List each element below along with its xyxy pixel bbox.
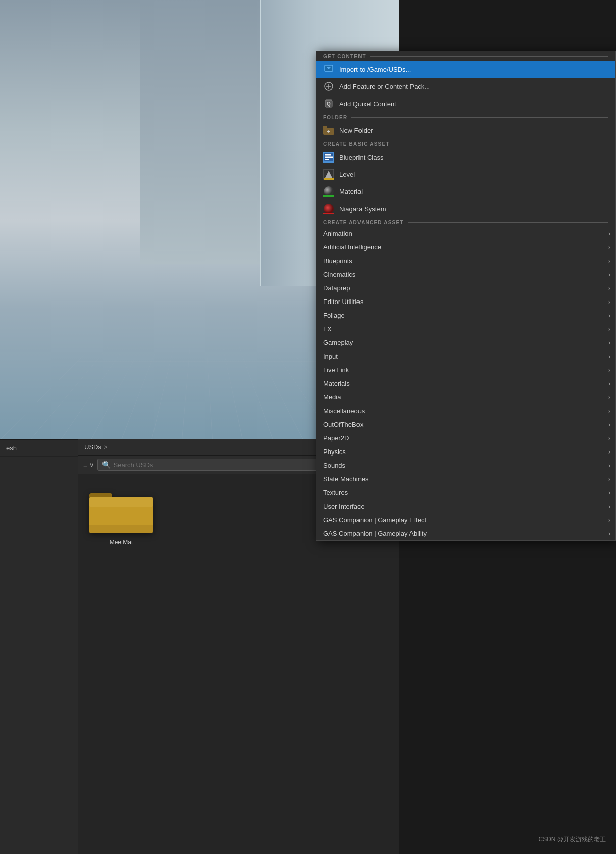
folder-icon	[88, 484, 154, 535]
svg-rect-17	[325, 154, 331, 156]
svg-point-24	[324, 186, 334, 196]
blueprint-label: Blueprint Class	[339, 154, 383, 161]
section-create-basic: CREATE BASIC ASSET	[316, 139, 615, 148]
menu-item-media[interactable]: Media ›	[316, 390, 615, 404]
folder-item-meetmat[interactable]: MeetMat	[88, 484, 154, 546]
gas-gameplay-ability-label: GAS Companion | Gameplay Ability	[323, 530, 427, 537]
gameplay-label: Gameplay	[323, 339, 353, 346]
arrow-icon: ›	[608, 476, 610, 483]
media-label: Media	[323, 393, 341, 401]
filter-icon: ≡	[83, 461, 87, 469]
add-feature-icon	[323, 81, 334, 92]
new-folder-icon	[323, 125, 334, 136]
foliage-label: Foliage	[323, 312, 345, 319]
new-folder-label: New Folder	[339, 127, 373, 134]
menu-item-fx[interactable]: FX ›	[316, 322, 615, 336]
menu-item-gas-gameplay-ability[interactable]: GAS Companion | Gameplay Ability ›	[316, 527, 615, 540]
gas-gameplay-effect-label: GAS Companion | Gameplay Effect	[323, 516, 426, 524]
breadcrumb-sep: >	[104, 443, 108, 451]
menu-item-cinematics[interactable]: Cinematics ›	[316, 268, 615, 281]
arrow-icon: ›	[608, 367, 610, 374]
add-quixel-label: Add Quixel Content	[339, 100, 396, 108]
svg-rect-2	[89, 497, 153, 507]
menu-item-ai[interactable]: Artificial Intelligence ›	[316, 240, 615, 254]
import-icon	[323, 64, 334, 75]
menu-item-add-feature[interactable]: Add Feature or Content Pack...	[316, 78, 615, 95]
menu-item-gas-gameplay-effect[interactable]: GAS Companion | Gameplay Effect ›	[316, 513, 615, 527]
arrow-icon: ›	[608, 421, 610, 428]
breadcrumb-usds[interactable]: USDs	[84, 443, 101, 451]
menu-item-editor-utilities[interactable]: Editor Utilities ›	[316, 295, 615, 309]
menu-item-physics[interactable]: Physics ›	[316, 445, 615, 459]
level-label: Level	[339, 171, 355, 178]
arrow-icon: ›	[608, 489, 610, 496]
ai-label: Artificial Intelligence	[323, 243, 381, 251]
menu-item-dataprep[interactable]: Dataprep ›	[316, 281, 615, 295]
watermark: CSDN @开发游戏的老王	[538, 835, 606, 844]
menu-item-animation[interactable]: Animation ›	[316, 227, 615, 240]
menu-item-miscellaneous[interactable]: Miscellaneous ›	[316, 404, 615, 418]
menu-item-blueprint[interactable]: Blueprint Class	[316, 148, 615, 166]
menu-item-paper2d[interactable]: Paper2D ›	[316, 431, 615, 445]
svg-point-26	[324, 204, 334, 214]
menu-item-new-folder[interactable]: New Folder	[316, 122, 615, 139]
arrow-icon: ›	[608, 462, 610, 469]
menu-item-input[interactable]: Input ›	[316, 349, 615, 363]
section-folder: FOLDER	[316, 112, 615, 122]
menu-item-foliage[interactable]: Foliage ›	[316, 309, 615, 322]
animation-label: Animation	[323, 230, 352, 237]
outofthebox-label: OutOfTheBox	[323, 421, 363, 428]
menu-item-outofthebox[interactable]: OutOfTheBox ›	[316, 418, 615, 431]
menu-item-level[interactable]: Level	[316, 166, 615, 183]
left-panel-mesh: esh	[0, 440, 78, 457]
arrow-icon: ›	[608, 435, 610, 442]
menu-item-state-machines[interactable]: State Machines ›	[316, 472, 615, 486]
menu-item-niagara[interactable]: Niagara System	[316, 200, 615, 217]
sounds-label: Sounds	[323, 462, 345, 469]
svg-rect-3	[89, 525, 153, 533]
level-icon	[323, 169, 334, 180]
left-panel: esh	[0, 439, 78, 854]
menu-item-sounds[interactable]: Sounds ›	[316, 459, 615, 472]
user-interface-label: User Interface	[323, 503, 365, 510]
blueprint-icon	[323, 152, 334, 163]
arrow-icon: ›	[608, 530, 610, 537]
menu-item-materials[interactable]: Materials ›	[316, 377, 615, 390]
textures-label: Textures	[323, 489, 348, 496]
arrow-icon: ›	[608, 353, 610, 360]
state-machines-label: State Machines	[323, 475, 369, 483]
arrow-icon: ›	[608, 394, 610, 401]
filter-button[interactable]: ≡ ∨	[83, 461, 94, 469]
menu-item-material[interactable]: Material	[316, 183, 615, 200]
arrow-icon: ›	[608, 298, 610, 306]
menu-item-textures[interactable]: Textures ›	[316, 486, 615, 499]
menu-item-blueprints[interactable]: Blueprints ›	[316, 254, 615, 268]
add-feature-label: Add Feature or Content Pack...	[339, 83, 430, 90]
import-label: Import to /Game/USDs...	[339, 66, 411, 73]
svg-text:Q: Q	[327, 101, 331, 107]
menu-item-add-quixel[interactable]: Q Add Quixel Content	[316, 95, 615, 112]
niagara-icon	[323, 203, 334, 214]
svg-rect-19	[325, 159, 329, 160]
material-icon	[323, 186, 334, 197]
material-label: Material	[339, 188, 363, 195]
section-get-content: GET CONTENT	[316, 51, 615, 61]
menu-item-import[interactable]: Import to /Game/USDs...	[316, 61, 615, 78]
arrow-icon: ›	[608, 258, 610, 265]
menu-item-gameplay[interactable]: Gameplay ›	[316, 336, 615, 349]
arrow-icon: ›	[608, 408, 610, 415]
miscellaneous-label: Miscellaneous	[323, 407, 365, 415]
editor-utilities-label: Editor Utilities	[323, 298, 363, 306]
viewport-wall2	[140, 0, 260, 264]
svg-rect-18	[325, 157, 333, 158]
svg-rect-23	[324, 178, 334, 180]
svg-rect-27	[323, 213, 334, 214]
menu-item-user-interface[interactable]: User Interface ›	[316, 499, 615, 513]
dataprep-label: Dataprep	[323, 284, 350, 292]
mesh-label: esh	[6, 444, 17, 452]
arrow-icon: ›	[608, 503, 610, 510]
add-quixel-icon: Q	[323, 98, 334, 109]
arrow-icon: ›	[608, 448, 610, 456]
folder-label: MeetMat	[110, 539, 133, 546]
menu-item-live-link[interactable]: Live Link ›	[316, 363, 615, 377]
